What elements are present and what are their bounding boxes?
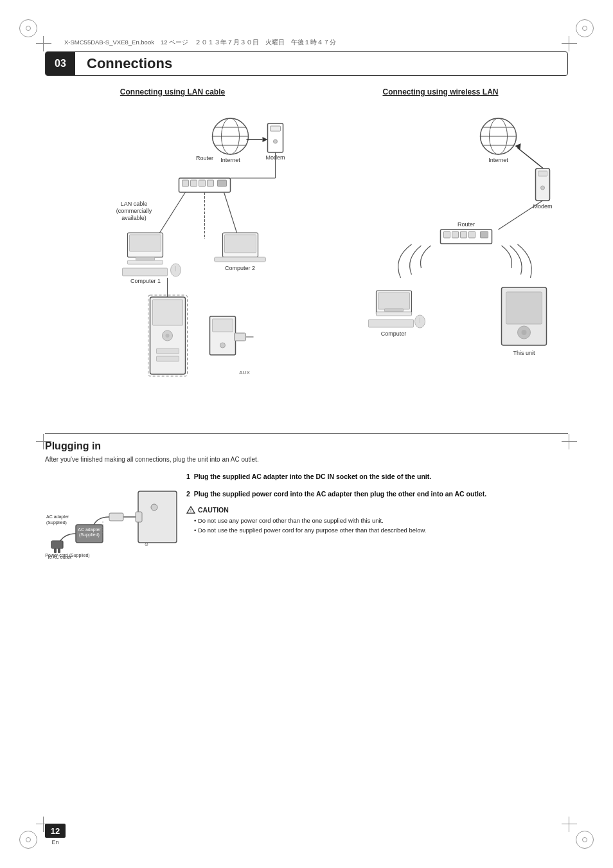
svg-rect-50 [235, 333, 246, 341]
caution-title: ! CAUTION [186, 506, 568, 514]
svg-text:LAN cable: LAN cable [121, 201, 148, 207]
svg-point-87 [151, 504, 157, 511]
svg-rect-28 [130, 235, 161, 251]
svg-rect-15 [191, 180, 197, 186]
lan-cable-diagram: Internet Modem [45, 104, 300, 400]
page-number: 12 [45, 824, 66, 838]
svg-rect-74 [378, 293, 410, 309]
svg-point-10 [274, 140, 278, 143]
svg-text:Modem: Modem [533, 203, 552, 210]
svg-text:⊙: ⊙ [145, 542, 148, 547]
reg-mark-tr [576, 19, 594, 37]
svg-rect-77 [369, 320, 414, 327]
svg-text:Power cord (Supplied): Power cord (Supplied) [45, 553, 89, 558]
svg-point-42 [166, 334, 170, 338]
plugging-section: Plugging in After you've finished making… [45, 433, 568, 563]
caution-item-1: Do not use any power cord other than the… [194, 516, 568, 525]
reg-mark-bl [19, 831, 37, 849]
svg-rect-29 [136, 257, 155, 260]
chapter-title: Connections [87, 55, 172, 72]
plugging-diagram: ⊙ AC adapter (Supplied) [45, 472, 173, 563]
svg-line-25 [224, 192, 237, 233]
svg-rect-97 [58, 548, 60, 553]
svg-rect-40 [153, 300, 183, 325]
caution-list: Do not use any power cord other than the… [186, 516, 568, 535]
step-2: 2 Plug the supplied power cord into the … [186, 489, 568, 499]
wireless-lan-svg: Internet Modem [313, 104, 568, 400]
svg-rect-96 [54, 548, 57, 553]
svg-rect-86 [138, 491, 177, 543]
svg-rect-95 [51, 541, 63, 548]
svg-text:AC adapter: AC adapter [78, 527, 101, 532]
svg-text:Router: Router [196, 155, 213, 161]
svg-rect-68 [452, 231, 459, 238]
svg-rect-37 [215, 257, 266, 262]
svg-rect-88 [136, 512, 142, 522]
svg-rect-71 [481, 231, 488, 238]
plugging-columns: ⊙ AC adapter (Supplied) [45, 472, 568, 563]
svg-point-84 [522, 330, 527, 335]
step-1-text: Plug the supplied AC adapter into the DC… [194, 473, 431, 480]
svg-text:!: ! [190, 509, 191, 513]
svg-rect-43 [157, 348, 179, 354]
diagram-columns: Connecting using LAN cable Internet [45, 87, 568, 422]
svg-rect-48 [213, 319, 233, 332]
svg-line-65 [499, 201, 543, 230]
reg-mark-tl [19, 19, 37, 37]
wireless-lan-title: Connecting using wireless LAN [313, 87, 568, 96]
lan-cable-section: Connecting using LAN cable Internet [45, 87, 300, 422]
svg-text:Router: Router [458, 221, 475, 228]
cross-tr [562, 36, 577, 51]
svg-text:AC adapter: AC adapter [46, 514, 69, 520]
svg-rect-76 [377, 312, 412, 316]
svg-marker-7 [263, 137, 268, 142]
svg-rect-36 [225, 235, 256, 253]
svg-rect-70 [469, 231, 475, 238]
svg-line-24 [160, 192, 186, 233]
svg-text:Computer 2: Computer 2 [225, 265, 255, 271]
svg-text:Computer 1: Computer 1 [130, 278, 161, 284]
svg-rect-75 [385, 309, 404, 312]
plugging-svg: ⊙ AC adapter (Supplied) [45, 472, 186, 562]
meta-line: X-SMC55DAB-S_VXE8_En.book 12 ページ ２０１３年７月… [64, 39, 336, 47]
header-bar: 03 Connections [45, 51, 568, 76]
svg-point-49 [220, 343, 226, 348]
svg-rect-44 [157, 356, 179, 361]
svg-rect-18 [218, 180, 227, 186]
page: X-SMC55DAB-S_VXE8_En.book 12 ページ ２０１３年７月… [0, 0, 613, 868]
svg-text:Internet: Internet [488, 157, 508, 163]
svg-rect-62 [538, 171, 547, 176]
caution-block: ! CAUTION Do not use any power cord othe… [186, 506, 568, 535]
svg-text:(commercially: (commercially [116, 208, 152, 214]
svg-text:available): available) [121, 215, 147, 221]
wireless-lan-section: Connecting using wireless LAN Internet [313, 87, 568, 422]
plugging-description: After you've finished making all connect… [45, 456, 276, 463]
svg-text:AUX: AUX [239, 370, 250, 375]
chapter-number: 03 [46, 52, 75, 75]
step-1: 1 Plug the supplied AC adapter into the … [186, 472, 568, 482]
lan-cable-title: Connecting using LAN cable [45, 87, 300, 96]
svg-rect-91 [109, 513, 123, 521]
cross-tl [36, 36, 51, 51]
svg-text:(Supplied): (Supplied) [46, 520, 67, 525]
svg-text:Computer: Computer [381, 330, 407, 337]
svg-marker-60 [515, 143, 521, 150]
svg-rect-30 [128, 260, 163, 264]
lan-cable-svg: Internet Modem [45, 104, 300, 400]
svg-rect-31 [123, 268, 168, 276]
svg-point-63 [541, 186, 545, 190]
svg-text:(Supplied): (Supplied) [79, 532, 100, 538]
svg-rect-82 [506, 292, 542, 324]
svg-line-59 [518, 148, 544, 168]
cross-br [562, 817, 577, 832]
plugging-steps: 1 Plug the supplied AC adapter into the … [186, 472, 568, 535]
svg-rect-14 [182, 180, 189, 186]
caution-icon: ! [186, 506, 195, 514]
main-content: Connecting using LAN cable Internet [45, 87, 568, 810]
step-2-text: Plug the supplied power cord into the AC… [194, 490, 486, 498]
svg-rect-16 [199, 180, 206, 186]
reg-mark-br [576, 831, 594, 849]
svg-text:Internet: Internet [220, 157, 240, 163]
wireless-lan-diagram: Internet Modem [313, 104, 568, 400]
page-number-block: 12 En [45, 824, 66, 845]
